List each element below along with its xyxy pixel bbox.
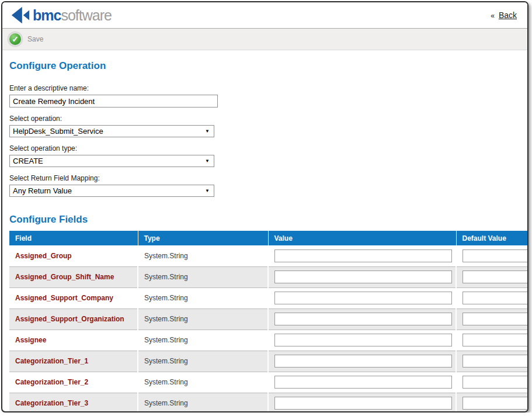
field-type: System.String xyxy=(138,351,268,372)
value-input[interactable] xyxy=(274,376,452,389)
table-row: Assignee System.String xyxy=(9,330,528,351)
table-row: Categorization_Tier_2 System.String xyxy=(9,372,528,393)
bmc-chevron-icon xyxy=(11,5,30,25)
descriptive-name-input[interactable] xyxy=(9,95,218,108)
select-operation-value: HelpDesk_Submit_Service xyxy=(13,127,103,136)
toolbar: ✓ Save xyxy=(2,28,527,50)
select-operation-label: Select operation: xyxy=(9,115,527,123)
brand-name-light: software xyxy=(61,7,111,24)
dropdown-arrow-icon: ▼ xyxy=(205,189,210,193)
configure-fields-table: Field Type Value Default Value Assigned_… xyxy=(9,231,528,412)
dropdown-arrow-icon: ▼ xyxy=(205,129,210,134)
column-header-field: Field xyxy=(9,231,138,245)
bmc-logo: bmcsoftware xyxy=(11,5,112,25)
table-row: Assigned_Support_Organization System.Str… xyxy=(9,308,528,330)
save-button[interactable]: ✓ Save xyxy=(8,32,43,46)
table-row: Assigned_Group_Shift_Name System.String xyxy=(9,266,528,287)
app-header: bmcsoftware «Back xyxy=(2,2,527,28)
back-nav: «Back xyxy=(491,11,517,20)
default-value-input[interactable] xyxy=(463,249,528,262)
dropdown-arrow-icon: ▼ xyxy=(205,159,210,164)
default-value-input[interactable] xyxy=(463,376,528,389)
select-operation-type-value: CREATE xyxy=(13,157,43,165)
descriptive-name-group: Enter a descriptive name: xyxy=(9,84,527,108)
default-value-input[interactable] xyxy=(463,334,528,346)
value-input[interactable] xyxy=(274,355,452,368)
descriptive-name-label: Enter a descriptive name: xyxy=(9,84,527,92)
value-input[interactable] xyxy=(274,397,452,410)
window-frame: bmcsoftware «Back ✓ Save Configure Opera… xyxy=(1,1,528,412)
value-input[interactable] xyxy=(274,334,452,346)
select-operation-dropdown[interactable]: HelpDesk_Submit_Service ▼ xyxy=(9,125,214,137)
brand-name-bold: bmc xyxy=(33,7,61,24)
default-value-input[interactable] xyxy=(463,271,528,283)
field-type: System.String xyxy=(138,393,268,412)
page-content: Configure Operation Enter a descriptive … xyxy=(2,60,527,412)
return-field-mapping-dropdown[interactable]: Any Return Value ▼ xyxy=(9,185,214,197)
select-operation-type-dropdown[interactable]: CREATE ▼ xyxy=(9,155,214,167)
table-row: Categorization_Tier_3 System.String xyxy=(9,393,528,412)
return-field-mapping-group: Select Return Field Mapping: Any Return … xyxy=(9,174,527,197)
field-type: System.String xyxy=(138,287,268,308)
field-type: System.String xyxy=(138,330,268,351)
save-check-icon: ✓ xyxy=(8,32,22,46)
column-header-type: Type xyxy=(138,231,268,245)
table-row: Assigned_Support_Company System.String xyxy=(9,287,528,308)
default-value-input[interactable] xyxy=(463,397,528,410)
value-input[interactable] xyxy=(274,292,452,304)
table-row: Assigned_Group System.String xyxy=(9,245,528,266)
back-link[interactable]: Back xyxy=(499,11,517,20)
default-value-input[interactable] xyxy=(463,313,528,325)
default-value-input[interactable] xyxy=(463,292,528,304)
table-header-row: Field Type Value Default Value xyxy=(9,231,528,245)
value-input[interactable] xyxy=(274,271,452,283)
select-operation-group: Select operation: HelpDesk_Submit_Servic… xyxy=(9,115,527,137)
field-name: Assigned_Support_Company xyxy=(9,287,138,308)
field-name: Assigned_Group_Shift_Name xyxy=(9,266,138,287)
field-name: Categorization_Tier_1 xyxy=(9,351,138,372)
field-type: System.String xyxy=(138,372,268,393)
select-operation-type-label: Select operation type: xyxy=(9,144,527,152)
column-header-default: Default Value xyxy=(456,231,528,245)
field-name: Categorization_Tier_2 xyxy=(9,372,138,393)
configure-fields-title: Configure Fields xyxy=(9,214,527,226)
back-chevron-icon: « xyxy=(491,12,495,20)
save-button-label: Save xyxy=(27,35,43,43)
field-type: System.String xyxy=(138,308,268,330)
field-type: System.String xyxy=(138,245,268,266)
field-name: Categorization_Tier_3 xyxy=(9,393,138,412)
column-header-value: Value xyxy=(268,231,456,245)
value-input[interactable] xyxy=(274,313,452,325)
field-type: System.String xyxy=(138,266,268,287)
configure-operation-title: Configure Operation xyxy=(9,60,527,72)
field-name: Assigned_Support_Organization xyxy=(9,308,138,330)
select-operation-type-group: Select operation type: CREATE ▼ xyxy=(9,144,527,167)
field-name: Assigned_Group xyxy=(9,245,138,266)
table-row: Categorization_Tier_1 System.String xyxy=(9,351,528,372)
field-name: Assignee xyxy=(9,330,138,351)
return-field-mapping-value: Any Return Value xyxy=(13,186,72,195)
default-value-input[interactable] xyxy=(463,355,528,368)
return-field-mapping-label: Select Return Field Mapping: xyxy=(9,174,527,182)
value-input[interactable] xyxy=(274,249,452,262)
